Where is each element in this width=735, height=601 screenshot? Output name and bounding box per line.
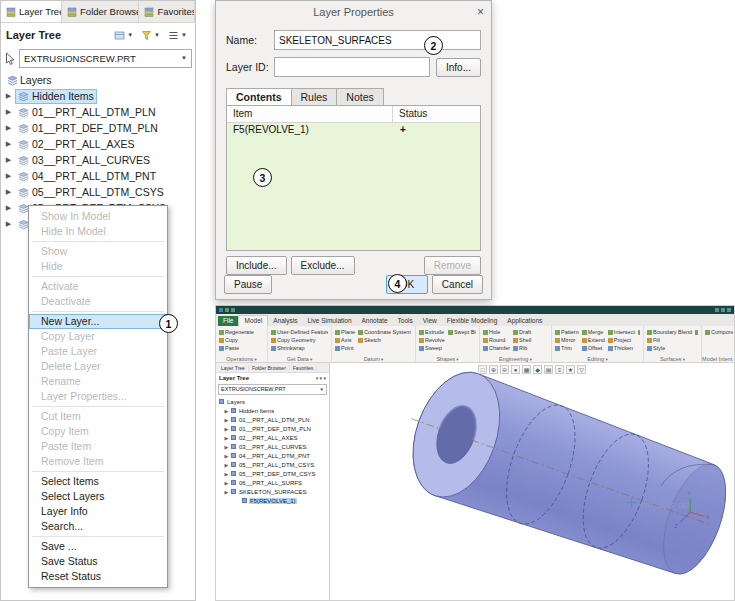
ribbon-button[interactable]: Trim bbox=[555, 344, 579, 352]
context-menu-item[interactable]: Reset Status bbox=[29, 569, 167, 584]
ribbon-tab[interactable]: Model bbox=[238, 315, 268, 326]
ribbon-button[interactable]: Sketch bbox=[358, 336, 411, 344]
ribbon-button[interactable]: Copy bbox=[219, 336, 254, 344]
mini-panel-tab[interactable]: Favorites bbox=[290, 365, 318, 371]
ribbon-tab[interactable]: Live Simulation bbox=[302, 316, 356, 326]
ribbon-button[interactable]: Offset bbox=[582, 344, 605, 352]
ribbon-button[interactable]: Sweep bbox=[419, 344, 445, 352]
ribbon-tab[interactable]: Analysis bbox=[268, 316, 302, 326]
ribbon-button[interactable]: Intersect bbox=[608, 328, 635, 336]
layer-item-body[interactable]: 02__PRT_ALL_AXES bbox=[15, 137, 138, 152]
expand-icon[interactable]: ▶ bbox=[4, 108, 13, 116]
layer-item-body[interactable]: 01__PRT_ALL_DTM_PLN bbox=[15, 105, 159, 120]
3d-viewport[interactable]: □⊕⊖●▦◆▤≡★▽ bbox=[330, 363, 734, 600]
name-input[interactable] bbox=[274, 30, 481, 50]
mini-tree-item[interactable]: ▶ 02__PRT_ALL_AXES bbox=[216, 433, 329, 442]
expand-icon[interactable]: ▶ bbox=[4, 92, 13, 100]
layer-item-body[interactable]: 01__PRT_DEF_DTM_PLN bbox=[15, 121, 161, 136]
ribbon-group-label[interactable]: Model Intent bbox=[702, 356, 734, 362]
zoom-in-icon[interactable]: ⊕ bbox=[489, 365, 498, 374]
ribbon-button[interactable]: Coordinate System bbox=[358, 328, 411, 336]
context-menu-item[interactable]: Copy Layer bbox=[29, 329, 167, 344]
mini-tree-item[interactable]: ▶ 04__PRT_ALL_DTM_PNT bbox=[216, 451, 329, 460]
expand-icon[interactable]: ▶ bbox=[224, 444, 229, 450]
expand-icon[interactable]: ▶ bbox=[224, 489, 229, 495]
ribbon-button[interactable]: Plane bbox=[335, 328, 355, 336]
ribbon-button[interactable]: Copy Geometry bbox=[271, 336, 328, 344]
mini-tree-item[interactable]: ▶ 01__PRT_ALL_DTM_PLN bbox=[216, 415, 329, 424]
context-menu-item[interactable]: New Layer... bbox=[29, 314, 167, 329]
window-close-icon[interactable] bbox=[727, 308, 731, 312]
ribbon-button[interactable]: Extrude bbox=[419, 328, 445, 336]
layer-tree-root[interactable]: Layers bbox=[1, 72, 195, 88]
contents-row[interactable]: F5(REVOLVE_1) + bbox=[227, 123, 480, 137]
ribbon-button[interactable]: Point bbox=[335, 344, 355, 352]
expand-icon[interactable]: ▶ bbox=[4, 124, 13, 132]
settings-dropdown[interactable]: ▼ bbox=[165, 29, 190, 42]
expand-icon[interactable]: ▶ bbox=[4, 204, 13, 212]
ribbon-group-label[interactable]: Surfaces bbox=[644, 356, 701, 362]
panel-tab[interactable]: Folder Browser bbox=[62, 1, 139, 22]
context-menu-item[interactable]: Layer Properties... bbox=[29, 389, 167, 404]
ribbon-tab[interactable]: Applications bbox=[502, 316, 547, 326]
expand-icon[interactable]: ▶ bbox=[224, 435, 229, 441]
mini-tree-item[interactable]: ▶ 03__PRT_ALL_CURVES bbox=[216, 442, 329, 451]
zoom-out-icon[interactable]: ⊖ bbox=[500, 365, 509, 374]
expand-icon[interactable]: ▶ bbox=[224, 408, 229, 414]
panel-tab[interactable]: Favorites bbox=[139, 1, 195, 22]
context-menu-item[interactable]: Select Layers bbox=[29, 489, 167, 504]
display-style-icon[interactable]: ▦ bbox=[522, 365, 531, 374]
expand-icon[interactable]: ▶ bbox=[4, 140, 13, 148]
dialog-tab[interactable]: Rules bbox=[291, 88, 338, 105]
context-menu-item[interactable]: Hide bbox=[29, 259, 167, 274]
window-minimize-icon[interactable] bbox=[715, 308, 719, 312]
dialog-tab[interactable]: Contents bbox=[226, 88, 292, 105]
mini-tree-item[interactable]: ▶ 05__PRT_DEF_DTM_CSYS bbox=[216, 469, 329, 478]
close-icon[interactable]: × bbox=[477, 1, 484, 23]
ribbon-group-label[interactable]: Datum bbox=[332, 356, 415, 362]
expand-icon[interactable]: ▶ bbox=[4, 220, 13, 228]
layer-tree-item[interactable]: ▶ 03__PRT_ALL_CURVES bbox=[1, 152, 195, 168]
mini-tree-item[interactable]: ▶ F5(REVOLVE_1) bbox=[216, 496, 329, 505]
pause-button[interactable]: Pause bbox=[224, 275, 272, 294]
filter-dropdown[interactable]: ▼ bbox=[138, 29, 163, 42]
remove-button[interactable]: Remove bbox=[424, 256, 481, 275]
context-menu-item[interactable]: Hide In Model bbox=[29, 224, 167, 239]
ribbon-tab[interactable]: Annotate bbox=[357, 316, 393, 326]
ribbon-button[interactable]: Swept Blend bbox=[448, 328, 476, 336]
expand-icon[interactable]: ▶ bbox=[224, 453, 229, 459]
ribbon-group-label[interactable]: Operations bbox=[216, 356, 267, 362]
dropdown-arrow-icon[interactable]: ▾ ▾ ▾ bbox=[316, 375, 326, 381]
view-manager-icon[interactable]: ▽ bbox=[577, 365, 586, 374]
context-menu-item[interactable]: Rename bbox=[29, 374, 167, 389]
ribbon-tab[interactable]: Flexible Modeling bbox=[442, 316, 503, 326]
ribbon-button[interactable]: Extend bbox=[582, 336, 605, 344]
layer-tree-item[interactable]: ▶ 04__PRT_ALL_DTM_PNT bbox=[1, 168, 195, 184]
context-menu-item[interactable]: Layer Info bbox=[29, 504, 167, 519]
ribbon-button[interactable]: Thicken bbox=[608, 344, 635, 352]
ribbon-button[interactable]: Fill bbox=[647, 336, 692, 344]
ribbon-button[interactable]: Rib bbox=[513, 344, 531, 352]
context-menu-item[interactable]: Paste Item bbox=[29, 439, 167, 454]
expand-icon[interactable]: ▶ bbox=[4, 188, 13, 196]
datum-display-icon[interactable]: ◆ bbox=[533, 365, 542, 374]
cancel-button[interactable]: Cancel bbox=[432, 275, 483, 294]
mini-tree-item[interactable]: ▶ Hidden Items bbox=[216, 406, 329, 415]
layer-id-input[interactable] bbox=[274, 57, 430, 77]
panel-tab[interactable]: Layer Tree bbox=[1, 1, 62, 22]
context-menu-item[interactable]: Show bbox=[29, 244, 167, 259]
ribbon-button[interactable]: Boundary Blend bbox=[647, 328, 692, 336]
ribbon-button[interactable]: Chamfer bbox=[483, 344, 510, 352]
context-menu-item[interactable]: Save ... bbox=[29, 539, 167, 554]
ribbon-group-label[interactable]: Engineering bbox=[480, 356, 551, 362]
layer-tree-item[interactable]: ▶ 01__PRT_DEF_DTM_PLN bbox=[1, 120, 195, 136]
ribbon-button[interactable]: User-Defined Feature bbox=[271, 328, 328, 336]
layer-display-dropdown[interactable]: ▼ bbox=[111, 29, 136, 42]
ribbon-tab[interactable]: View bbox=[418, 316, 442, 326]
context-menu-item[interactable]: Cut Item bbox=[29, 409, 167, 424]
layer-tree-item[interactable]: ▶ 02__PRT_ALL_AXES bbox=[1, 136, 195, 152]
ribbon-tab[interactable]: Tools bbox=[393, 316, 418, 326]
mini-tree-item[interactable]: ▶ 05__PRT_ALL_DTM_CSYS bbox=[216, 460, 329, 469]
expand-icon[interactable]: ▶ bbox=[224, 417, 229, 423]
layer-item-body[interactable]: 04__PRT_ALL_DTM_PNT bbox=[15, 169, 159, 184]
